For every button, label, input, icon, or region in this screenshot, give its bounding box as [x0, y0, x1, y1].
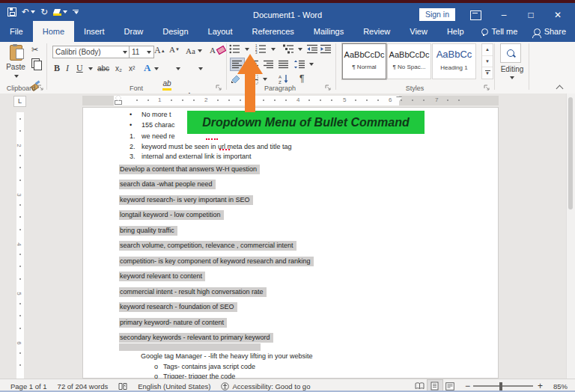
list-item[interactable]: 2.keyword must be seen in url meta des a…	[130, 143, 292, 151]
tab-help[interactable]: Help	[437, 21, 474, 42]
justify-button[interactable]	[279, 60, 289, 69]
highlighted-line[interactable]: keyword relevant to content	[119, 272, 205, 281]
tab-file[interactable]: File	[0, 21, 33, 42]
tab-review[interactable]: Review	[353, 21, 400, 42]
document-page[interactable]: •No more t •155 charac 1.we need re 2.ke…	[82, 107, 499, 379]
proofing-icon[interactable]	[118, 382, 127, 391]
numbering-button[interactable]: 123	[255, 44, 267, 54]
font-size-combo[interactable]: 11	[129, 46, 154, 58]
sort-button[interactable]: AZ	[279, 74, 290, 84]
highlighted-line[interactable]: search data -what people need	[119, 180, 216, 189]
highlighted-line[interactable]: keyword research- is very important in S…	[119, 196, 253, 204]
list-item[interactable]: 1.we need re	[130, 132, 175, 141]
align-right-button[interactable]	[264, 60, 274, 69]
increase-indent-button[interactable]	[320, 44, 332, 54]
highlighted-line[interactable]: search volume, competition, relevance , …	[119, 242, 296, 250]
list-item[interactable]: 3.internal and external link is importan…	[130, 153, 252, 161]
line-spacing-button[interactable]	[294, 60, 305, 69]
vertical-ruler[interactable]: 2 3 4 5 6	[16, 112, 24, 379]
tab-selector[interactable]: L	[13, 96, 26, 107]
tab-insert[interactable]: Insert	[74, 21, 115, 42]
zoom-slider[interactable]	[473, 385, 533, 387]
share-button[interactable]: Share	[534, 21, 566, 42]
zoom-slider-handle[interactable]	[499, 382, 502, 391]
change-case-button[interactable]: Aa	[186, 46, 202, 55]
tab-references[interactable]: References	[243, 21, 304, 42]
text-highlight-dropdown-icon[interactable]	[176, 67, 180, 70]
styles-scroll-up-button[interactable]: ▲	[482, 44, 493, 56]
cut-button[interactable]: ✂	[31, 45, 38, 55]
subscript-button[interactable]: x₂	[115, 64, 122, 73]
highlighted-line[interactable]: longtail keyword - low competition	[119, 211, 224, 219]
list-item[interactable]: oTags- contains java script code	[154, 363, 255, 371]
collapse-ribbon-button[interactable]	[557, 85, 563, 91]
font-dialog-launcher[interactable]	[216, 85, 222, 91]
copy-button[interactable]	[31, 58, 40, 68]
styles-dialog-launcher[interactable]	[484, 85, 490, 91]
scrollbar-thumb[interactable]	[568, 97, 573, 209]
highlighted-line[interactable]: primary keyword- nature of content	[119, 319, 227, 327]
indent-markers[interactable]	[115, 95, 121, 105]
style-no-spacing[interactable]: AaBbCcDc ¶ No Spac...	[387, 43, 431, 79]
shading-button[interactable]	[231, 74, 242, 84]
paragraph-dialog-launcher[interactable]	[325, 85, 332, 91]
list-item[interactable]: oTrigger- trigger the code	[154, 373, 235, 379]
text-effects-dropdown-icon[interactable]	[154, 67, 159, 70]
line-spacing-dropdown-icon[interactable]	[309, 63, 314, 66]
grow-font-button[interactable]: A▲	[154, 45, 165, 56]
tab-mailings[interactable]: Mailings	[304, 21, 353, 42]
style-normal[interactable]: AaBbCcDc ¶ Normal	[342, 43, 386, 79]
bold-button[interactable]: B	[54, 63, 60, 74]
font-color-dropdown-icon[interactable]	[198, 67, 203, 70]
highlighted-line[interactable]: secondary keywords - relevant to primary…	[119, 334, 273, 342]
decrease-indent-button[interactable]	[307, 44, 318, 54]
right-indent-marker[interactable]	[396, 97, 402, 101]
tab-layout[interactable]: Layout	[198, 21, 243, 42]
clear-formatting-button[interactable]: A	[210, 46, 225, 55]
highlighted-line[interactable]: Develop a content that answers W-H quest…	[119, 165, 260, 174]
sign-in-button[interactable]: Sign in	[419, 8, 455, 21]
borders-dropdown-icon[interactable]	[263, 78, 267, 81]
bullets-dropdown-icon[interactable]	[245, 48, 249, 51]
highlighted-line[interactable]: commercial intent - result high conversa…	[119, 288, 267, 296]
italic-button[interactable]: I	[66, 63, 69, 74]
language-status[interactable]: English (United States)	[138, 382, 210, 391]
horizontal-ruler[interactable]: 1 2 3 4 5 6 7	[82, 96, 499, 105]
show-hide-pilcrow-button[interactable]: ¶	[299, 73, 304, 84]
tab-view[interactable]: View	[400, 21, 437, 42]
clipboard-dialog-launcher[interactable]	[37, 85, 44, 91]
numbering-dropdown-icon[interactable]	[271, 48, 276, 51]
accessibility-status[interactable]: Accessibility: Good to go	[221, 382, 310, 391]
style-heading1[interactable]: AaBbCc Heading 1	[432, 43, 476, 79]
bullets-button[interactable]	[229, 44, 240, 54]
find-button[interactable]	[500, 43, 521, 63]
paste-dropdown-icon[interactable]	[14, 75, 19, 78]
text-line[interactable]: Google tag Manager - -lift the heavy lif…	[141, 352, 313, 361]
highlighted-line[interactable]: keyword research - foundation of SEO	[119, 303, 237, 311]
highlighted-line[interactable]: competition- is key component of keyword…	[119, 257, 314, 266]
strikethrough-button[interactable]: abc	[97, 64, 109, 73]
font-name-combo[interactable]: Calibri (Body)	[52, 46, 130, 58]
underline-dropdown-icon[interactable]	[88, 67, 93, 70]
page-count[interactable]: Page 1 of 1	[10, 382, 47, 391]
multilevel-list-button[interactable]	[283, 44, 294, 54]
superscript-button[interactable]: x²	[129, 64, 135, 73]
styles-more-button[interactable]: ▼	[482, 67, 493, 79]
word-count[interactable]: 72 of 204 words	[58, 382, 109, 391]
tab-home[interactable]: Home	[33, 21, 74, 42]
multilevel-list-dropdown-icon[interactable]	[298, 48, 302, 51]
shrink-font-button[interactable]: A▼	[169, 45, 180, 54]
editing-group[interactable]: Editing	[496, 42, 529, 94]
styles-scroll-down-button[interactable]: ▼	[482, 56, 493, 68]
tell-me-button[interactable]: Tell me	[474, 21, 526, 42]
highlighted-line[interactable]: bring quality traffic	[119, 227, 177, 235]
zoom-out-button[interactable]: −	[465, 381, 470, 391]
list-item[interactable]: •155 charac	[130, 121, 175, 129]
text-effects-button[interactable]: A	[144, 62, 150, 74]
paste-button[interactable]: Paste	[4, 45, 27, 79]
list-item[interactable]: •No more t	[130, 111, 171, 119]
zoom-in-button[interactable]: +	[538, 381, 543, 391]
zoom-level[interactable]: 85%	[553, 382, 568, 391]
ribbon-display-options-icon[interactable]	[470, 10, 481, 20]
tab-draw[interactable]: Draw	[115, 21, 153, 42]
